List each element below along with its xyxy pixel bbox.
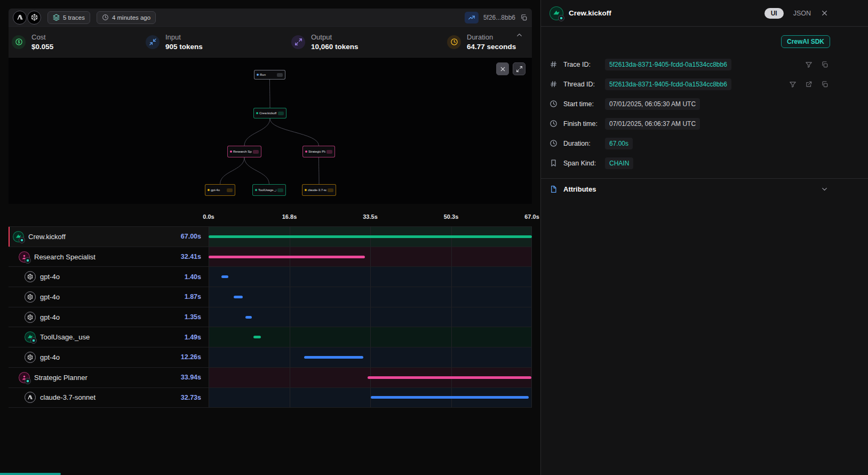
- span-bar[interactable]: [209, 256, 365, 258]
- detail-value[interactable]: 5f2613da-8371-9405-fcdd-0a1534cc8bb6: [605, 59, 731, 70]
- span-bar[interactable]: [209, 235, 532, 238]
- graph-node-rs[interactable]: Research Specialist: [227, 146, 261, 157]
- node-label: Strategic Planner: [308, 150, 325, 153]
- time-axis: 0.0s16.8s33.5s50.3s67.0s: [209, 204, 532, 226]
- node-latency-chip: [227, 188, 233, 192]
- span-row-8[interactable]: claude-3.7-sonnet32.73s: [9, 388, 532, 408]
- span-row-6[interactable]: gpt-4o12.26s: [9, 347, 532, 368]
- trace-header-bar: 5 traces 4 minutes ago 5f26...8bb6: [9, 9, 532, 26]
- node-latency-chip: [327, 150, 332, 154]
- detail-value[interactable]: CHAIN: [605, 157, 633, 169]
- stat-label: Input: [165, 33, 203, 41]
- span-bar[interactable]: [234, 296, 243, 298]
- node-status-dot: [208, 189, 210, 191]
- gridline: [290, 267, 290, 287]
- trace-main-panel: 5 traces 4 minutes ago 5f26...8bb6 Cost$…: [0, 0, 541, 475]
- gridline: [451, 347, 452, 367]
- span-row-3[interactable]: gpt-4o1.87s: [9, 287, 532, 307]
- graph-node-gpt[interactable]: gpt-4o: [205, 184, 235, 196]
- span-bar[interactable]: [368, 376, 531, 379]
- detail-value[interactable]: 67.00s: [605, 138, 633, 149]
- trace-id-group: 5f26...8bb6: [465, 12, 528, 23]
- span-bar[interactable]: [245, 316, 252, 319]
- stat-value: 10,060 tokens: [311, 43, 359, 51]
- crewai-icon: [13, 231, 24, 242]
- close-sidebar-button[interactable]: [821, 9, 829, 17]
- trace-metrics-button[interactable]: [465, 12, 479, 23]
- copy-trace-id-button[interactable]: [520, 14, 528, 21]
- copy-button[interactable]: [821, 81, 829, 88]
- axis-tick-label: 16.8s: [282, 213, 297, 220]
- span-label-cell: claude-3.7-sonnet32.73s: [9, 388, 209, 408]
- span-row-4[interactable]: gpt-4o1.35s: [9, 307, 532, 328]
- node-status-dot: [305, 151, 307, 153]
- detail-label: Duration:: [563, 140, 605, 147]
- copy-button[interactable]: [821, 61, 829, 68]
- span-bar-track: [209, 307, 532, 327]
- span-bar-track: [209, 368, 532, 387]
- close-graph-button[interactable]: [496, 62, 509, 75]
- graph-node-tool[interactable]: ToolUsage._use: [252, 184, 286, 196]
- collapse-stats-button[interactable]: [515, 31, 523, 39]
- span-row-0[interactable]: Crew.kickoff67.00s: [9, 227, 532, 247]
- trace-graph-canvas[interactable]: RunCrew.kickoffResearch SpecialistStrate…: [9, 57, 532, 204]
- gridline: [370, 247, 371, 267]
- gridline: [209, 388, 209, 408]
- gridline: [290, 347, 290, 367]
- span-row-5[interactable]: ToolUsage._use1.49s: [9, 327, 532, 347]
- graph-node-claude[interactable]: claude-3.7-sonnet: [302, 184, 336, 196]
- expand-graph-button[interactable]: [513, 62, 525, 75]
- span-row-7[interactable]: Strategic Planner33.94s: [9, 368, 532, 388]
- span-name: gpt-4o: [40, 353, 60, 361]
- sdk-badge: CrewAI SDK: [781, 35, 830, 48]
- crewai-icon: [550, 6, 563, 20]
- gridline: [531, 307, 532, 327]
- stat-label: Cost: [31, 33, 53, 41]
- span-bar[interactable]: [253, 336, 260, 338]
- gridline: [531, 388, 532, 408]
- node-latency-chip: [277, 188, 283, 192]
- layers-icon: [53, 14, 60, 21]
- stat-input: Input905 tokens: [146, 33, 291, 51]
- detail-row-thread-id: Thread ID:5f2613da-8371-9405-fcdd-0a1534…: [541, 74, 868, 94]
- chevron-down-icon[interactable]: [821, 185, 829, 193]
- node-label: Run: [260, 73, 276, 76]
- detail-actions: [805, 61, 829, 68]
- view-toggle-json[interactable]: JSON: [793, 10, 811, 17]
- span-name: Crew.kickoff: [28, 233, 66, 241]
- graph-node-sp[interactable]: Strategic Planner: [302, 146, 335, 157]
- detail-label: Thread ID:: [563, 81, 605, 88]
- filter-button[interactable]: [805, 61, 813, 68]
- detail-label: Finish time:: [563, 120, 605, 128]
- span-duration: 32.41s: [181, 253, 201, 260]
- span-rows: Crew.kickoff67.00sResearch Specialist32.…: [9, 226, 532, 408]
- span-bar[interactable]: [371, 396, 529, 399]
- detail-value: 07/01/2025, 06:05:30 AM UTC: [605, 98, 700, 110]
- span-bar[interactable]: [304, 356, 363, 359]
- gridline: [209, 287, 209, 307]
- attributes-section-toggle[interactable]: Attributes: [541, 178, 868, 200]
- detail-value: 07/01/2025, 06:06:37 AM UTC: [605, 118, 700, 130]
- graph-node-run[interactable]: Run: [254, 70, 285, 80]
- view-toggle-group: UI JSON: [765, 8, 829, 19]
- traces-count-badge[interactable]: 5 traces: [47, 11, 90, 24]
- maximize-icon: [291, 35, 305, 49]
- span-duration: 33.94s: [181, 374, 201, 381]
- detail-value[interactable]: 5f2613da-8371-9405-fcdd-0a1534cc8bb6: [605, 78, 731, 90]
- span-bar[interactable]: [221, 275, 228, 278]
- gridline: [451, 307, 452, 327]
- external-button[interactable]: [805, 81, 813, 88]
- graph-node-crew[interactable]: Crew.kickoff: [253, 108, 286, 118]
- span-name: gpt-4o: [40, 273, 60, 281]
- span-label-cell: gpt-4o12.26s: [9, 347, 209, 367]
- node-status-dot: [256, 112, 258, 114]
- span-row-2[interactable]: gpt-4o1.40s: [9, 267, 532, 287]
- horizontal-scrollbar-thumb[interactable]: [0, 473, 61, 475]
- gridline: [531, 287, 532, 307]
- span-row-1[interactable]: Research Specialist32.41s: [9, 247, 532, 267]
- span-name: claude-3.7-sonnet: [40, 393, 95, 401]
- gridline: [370, 307, 371, 327]
- trace-age-label: 4 minutes ago: [112, 14, 150, 21]
- filter-button[interactable]: [789, 81, 797, 88]
- view-toggle-ui[interactable]: UI: [765, 8, 784, 19]
